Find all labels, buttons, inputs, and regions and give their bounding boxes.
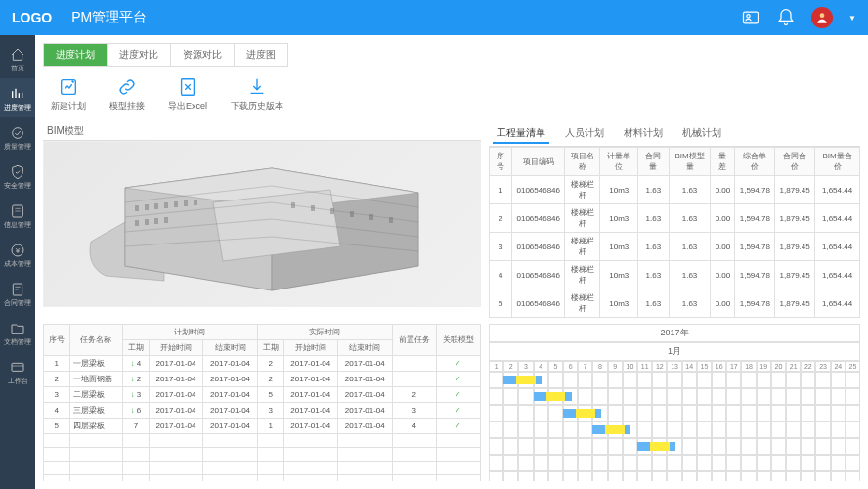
svg-rect-35 <box>291 202 295 208</box>
svg-rect-27 <box>164 202 168 208</box>
tab-1[interactable]: 进度对比 <box>108 44 171 66</box>
logo: LOGO <box>12 10 52 25</box>
sidebar-item-safety[interactable]: 安全管理 <box>0 156 35 196</box>
svg-rect-39 <box>369 214 373 220</box>
sidebar-item-docs[interactable]: 文档管理 <box>0 313 35 352</box>
tab-3[interactable]: 进度图 <box>235 44 287 66</box>
sidebar-item-info[interactable]: 信息管理 <box>0 196 35 235</box>
gantt-bar[interactable] <box>563 409 601 418</box>
sidebar-item-cost[interactable]: ¥成本管理 <box>0 235 35 274</box>
svg-rect-29 <box>184 200 188 206</box>
svg-rect-12 <box>12 363 23 371</box>
tool-new[interactable]: 新建计划 <box>51 76 86 112</box>
svg-rect-38 <box>350 211 354 217</box>
svg-rect-26 <box>154 203 158 209</box>
avatar[interactable] <box>811 7 833 28</box>
qty-row[interactable]: 20106546846楼梯栏杆10m31.631.630.001,594.781… <box>490 204 860 233</box>
subtab-1[interactable]: 人员计划 <box>561 124 608 144</box>
gantt-bar[interactable] <box>637 442 675 451</box>
svg-text:¥: ¥ <box>15 245 21 254</box>
task-row[interactable]: 3二层梁板↓ 32017-01-042017-01-0452017-01-042… <box>44 387 481 403</box>
svg-rect-34 <box>164 217 168 223</box>
svg-rect-33 <box>154 218 158 224</box>
tool-export[interactable]: 导出Excel <box>168 76 207 112</box>
check-icon: ✓ <box>455 406 461 415</box>
svg-point-1 <box>747 15 750 18</box>
svg-rect-28 <box>174 201 178 207</box>
task-row[interactable]: 5四层梁板 72017-01-042017-01-0412017-01-0420… <box>44 419 481 434</box>
svg-point-3 <box>13 127 23 138</box>
quantity-table: 序号项目编码项目名称计量单位合同量BIM模型量量差综合单价合同合价BIM量合价 … <box>489 147 860 318</box>
tab-0[interactable]: 进度计划 <box>44 44 108 66</box>
gantt-row <box>489 422 860 438</box>
check-icon: ✓ <box>455 390 461 399</box>
gantt-row <box>489 372 860 388</box>
qty-row[interactable]: 40106546846楼梯栏杆10m31.631.630.001,594.781… <box>490 261 860 289</box>
svg-point-2 <box>820 13 825 18</box>
tool-download[interactable]: 下载历史版本 <box>231 76 283 112</box>
bell-icon[interactable] <box>776 8 796 27</box>
gantt-chart[interactable]: 2017年 1月 1234567891011121314151617181920… <box>489 324 860 481</box>
subtab-0[interactable]: 工程量清单 <box>493 124 549 144</box>
sidebar-item-quality[interactable]: 质量管理 <box>0 117 35 156</box>
sidebar-item-progress[interactable]: 进度管理 <box>0 78 35 117</box>
model-title: BIM模型 <box>43 122 481 141</box>
user-card-icon[interactable] <box>741 8 760 27</box>
gantt-bar[interactable] <box>503 376 542 384</box>
gantt-row <box>489 388 860 405</box>
task-row[interactable]: 1一层梁板↓ 42017-01-042017-01-0422017-01-042… <box>44 356 481 372</box>
svg-rect-30 <box>194 200 197 205</box>
tool-link[interactable]: 模型挂接 <box>109 76 145 112</box>
sidebar-item-contract[interactable]: 合同管理 <box>0 274 35 313</box>
check-icon: ✓ <box>455 375 461 383</box>
qty-row[interactable]: 50106546846楼梯栏杆10m31.631.630.001,594.781… <box>490 289 860 318</box>
check-icon: ✓ <box>455 359 461 368</box>
svg-rect-32 <box>145 219 149 225</box>
chevron-down-icon[interactable]: ▼ <box>848 14 856 22</box>
gantt-row <box>489 405 860 422</box>
subtab-3[interactable]: 机械计划 <box>678 124 725 144</box>
qty-row[interactable]: 30106546846楼梯栏杆10m31.631.630.001,594.781… <box>490 233 860 261</box>
svg-rect-0 <box>744 12 759 23</box>
gantt-bar[interactable] <box>592 425 630 434</box>
app-title: PM管理平台 <box>71 9 147 26</box>
svg-rect-37 <box>330 208 334 214</box>
svg-rect-31 <box>135 220 139 226</box>
sidebar-item-workbench[interactable]: 工作台 <box>0 352 35 391</box>
subtab-2[interactable]: 材料计划 <box>620 124 667 144</box>
bim-model-view[interactable] <box>43 141 481 307</box>
check-icon: ✓ <box>455 422 461 430</box>
svg-rect-24 <box>135 205 139 211</box>
task-row[interactable]: 2一地面钢筋↓ 22017-01-042017-01-0422017-01-04… <box>44 372 481 387</box>
task-table: 序号 任务名称 计划时间 实际时间 前置任务 关联模型 工期开始时间结束时间 工… <box>43 324 481 481</box>
task-row[interactable]: 4三层梁板↓ 62017-01-042017-01-0432017-01-042… <box>44 403 481 419</box>
gantt-row <box>489 438 860 455</box>
gantt-bar[interactable] <box>534 392 572 401</box>
sidebar-item-home[interactable]: 首页 <box>0 39 35 78</box>
svg-rect-40 <box>389 217 393 223</box>
qty-row[interactable]: 10106546846楼梯栏杆10m31.631.630.001,594.781… <box>490 176 860 204</box>
svg-rect-36 <box>311 205 315 211</box>
svg-rect-25 <box>145 204 149 210</box>
tab-2[interactable]: 资源对比 <box>171 44 235 66</box>
